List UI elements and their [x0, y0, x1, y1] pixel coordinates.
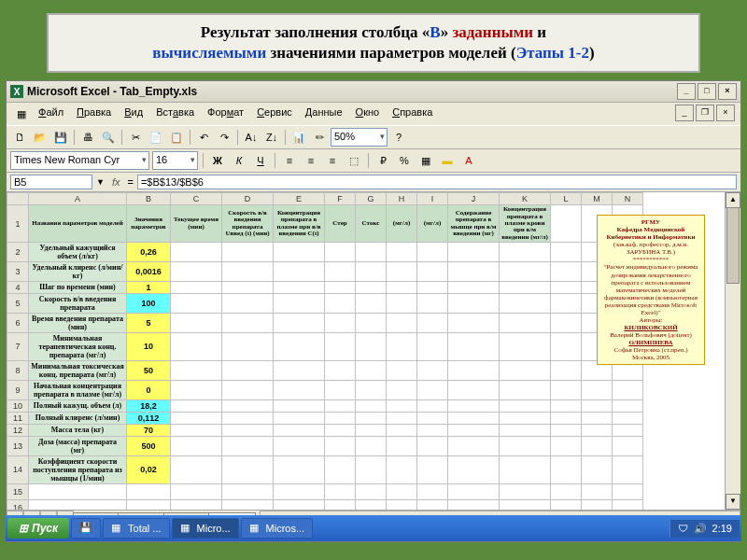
vertical-scrollbar[interactable]: ▲ ▼	[725, 192, 740, 510]
percent-icon[interactable]: %	[395, 151, 414, 170]
quicklaunch-save-icon[interactable]: 💾	[71, 518, 101, 539]
title-bar: X Microsoft Excel - Tab_Empty.xls _ □ ×	[7, 81, 740, 103]
font-name-combo[interactable]: Times New Roman Cyr	[10, 151, 149, 170]
window-title: Microsoft Excel - Tab_Empty.xls	[27, 85, 197, 98]
zoom-combo[interactable]: 50%	[331, 128, 388, 147]
drawing-icon[interactable]: ✏	[310, 128, 329, 147]
doc-restore[interactable]: ❐	[696, 105, 714, 121]
name-box[interactable]: B5	[10, 175, 92, 189]
underline-icon[interactable]: Ч	[251, 151, 270, 170]
scroll-up-icon[interactable]: ▲	[726, 192, 740, 208]
tray-icon[interactable]: 🛡	[678, 523, 688, 534]
preview-icon[interactable]: 🔍	[99, 128, 118, 147]
doc-minimize[interactable]: _	[675, 105, 694, 121]
chart-icon[interactable]: 📊	[289, 128, 308, 147]
fill-color-icon[interactable]: ▬	[438, 151, 457, 170]
doc-close[interactable]: ×	[716, 105, 735, 121]
menu-tools[interactable]: Сервис	[251, 105, 298, 123]
excel-window: X Microsoft Excel - Tab_Empty.xls _ □ × …	[6, 80, 741, 542]
help-icon[interactable]: ?	[389, 128, 408, 147]
windows-logo-icon: ⊞	[19, 522, 28, 535]
taskbar-item[interactable]: ▦Micros...	[241, 518, 314, 539]
clock: 2:19	[712, 523, 732, 534]
excel-icon: X	[10, 85, 23, 98]
formatting-toolbar: Times New Roman Cyr 16 Ж К Ч ≡ ≡ ≡ ⬚ ₽ %…	[7, 149, 740, 173]
font-size-combo[interactable]: 16	[152, 151, 198, 170]
fx-icon[interactable]: fx	[108, 176, 124, 188]
borders-icon[interactable]: ▦	[416, 151, 435, 170]
currency-icon[interactable]: ₽	[374, 151, 392, 170]
align-center-icon[interactable]: ≡	[302, 151, 320, 170]
menu-window[interactable]: Окно	[350, 105, 386, 123]
system-tray[interactable]: 🛡 🔊 2:19	[669, 520, 740, 538]
copy-icon[interactable]: 📄	[147, 128, 165, 147]
close-button[interactable]: ×	[718, 83, 737, 100]
undo-icon[interactable]: ↶	[194, 128, 213, 147]
align-left-icon[interactable]: ≡	[280, 151, 299, 170]
minimize-button[interactable]: _	[677, 83, 696, 100]
sort-desc-icon[interactable]: Z↓	[262, 128, 281, 147]
bold-icon[interactable]: Ж	[208, 151, 227, 170]
cut-icon[interactable]: ✂	[126, 128, 145, 147]
tray-icon[interactable]: 🔊	[694, 523, 707, 535]
scroll-thumb[interactable]	[726, 207, 740, 284]
new-icon[interactable]: 🗋	[10, 128, 29, 147]
dropdown-icon[interactable]: ▼	[96, 177, 105, 187]
maximize-button[interactable]: □	[698, 83, 716, 100]
sort-asc-icon[interactable]: A↓	[242, 128, 261, 147]
worksheet-area[interactable]: ABCDEFGHIJKLMN1Названия параметров модел…	[7, 192, 740, 510]
redo-icon[interactable]: ↷	[215, 128, 233, 147]
menu-edit[interactable]: Правка	[71, 105, 117, 123]
standard-toolbar: 🗋 📂 💾 🖶 🔍 ✂ 📄 📋 ↶ ↷ A↓ Z↓ 📊 ✏ 50% ?	[7, 125, 740, 149]
start-button[interactable]: ⊞ Пуск	[7, 518, 69, 539]
slide-title: Результат заполнения столбца «B» заданны…	[47, 13, 700, 73]
font-color-icon[interactable]: A	[459, 151, 478, 170]
formula-input[interactable]: =$B$13/$B$6	[137, 175, 737, 189]
app-icon[interactable]: ▦	[12, 105, 31, 123]
merge-icon[interactable]: ⬚	[345, 151, 363, 170]
windows-taskbar: ⊞ Пуск 💾 ▦Total ...▦Micro...▦Micros... 🛡…	[6, 515, 741, 541]
menu-bar: ▦ Файл Правка Вид Вставка Формат Сервис …	[7, 103, 740, 125]
italic-icon[interactable]: К	[230, 151, 248, 170]
info-textbox: РГМУ Кафедра Медицинской Кибернетики и И…	[597, 215, 705, 365]
menu-insert[interactable]: Вставка	[150, 105, 200, 123]
menu-help[interactable]: Справка	[387, 105, 438, 123]
menu-view[interactable]: Вид	[119, 105, 148, 123]
menu-format[interactable]: Формат	[202, 105, 249, 123]
taskbar-item[interactable]: ▦Total ...	[103, 518, 169, 539]
save-icon[interactable]: 💾	[51, 128, 70, 147]
menu-data[interactable]: Данные	[300, 105, 348, 123]
taskbar-item[interactable]: ▦Micro...	[172, 518, 239, 539]
scroll-down-icon[interactable]: ▼	[726, 494, 740, 510]
menu-file[interactable]: Файл	[33, 105, 69, 123]
formula-bar: B5 ▼ fx = =$B$13/$B$6	[7, 173, 740, 192]
align-right-icon[interactable]: ≡	[323, 151, 342, 170]
paste-icon[interactable]: 📋	[167, 128, 186, 147]
print-icon[interactable]: 🖶	[78, 128, 97, 147]
open-icon[interactable]: 📂	[31, 128, 49, 147]
